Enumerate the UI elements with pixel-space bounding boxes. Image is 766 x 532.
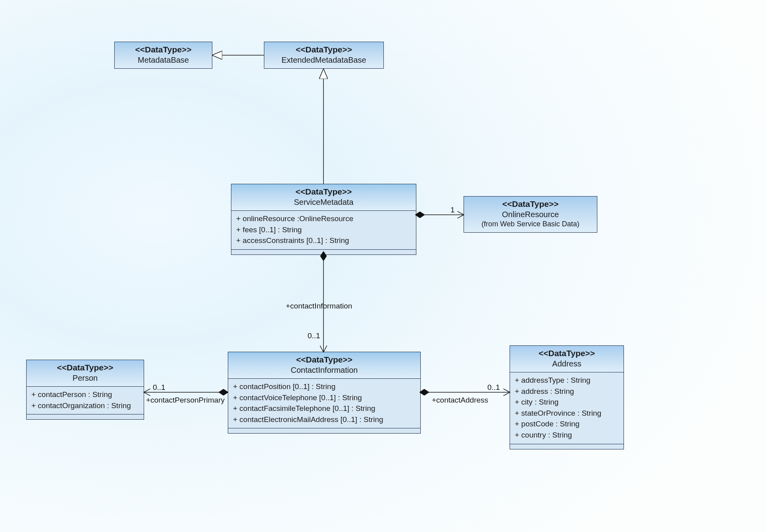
class-name: MetadataBase [120, 55, 206, 65]
role-address: +contactAddress [432, 396, 488, 405]
attribute: + onlineResource :OnlineResource [236, 213, 411, 224]
attribute: + address : String [515, 386, 619, 397]
class-name: ServiceMetadata [237, 197, 410, 207]
attribute: + contactOrganization : String [31, 400, 139, 411]
uml-class-diagram: <<DataType>> MetadataBase <<DataType>> E… [0, 0, 766, 532]
stereotype: <<DataType>> [270, 44, 378, 55]
class-note: (from Web Service Basic Data) [470, 220, 591, 229]
class-contactinformation: <<DataType>> ContactInformation + contac… [228, 352, 421, 434]
multiplicity-address: 0..1 [487, 383, 500, 392]
class-attributes: + contactPerson : String + contactOrgani… [27, 387, 144, 414]
stereotype: <<DataType>> [516, 348, 618, 359]
class-person: <<DataType>> Person + contactPerson : St… [26, 360, 144, 420]
role-contactinformation: +contactInformation [286, 302, 352, 310]
multiplicity-onlineresource: 1 [450, 206, 455, 214]
class-address: <<DataType>> Address + addressType : Str… [510, 345, 624, 449]
attribute: + stateOrProvince : String [515, 408, 619, 419]
attribute: + addressType : String [515, 375, 619, 386]
attribute: + contactVoiceTelephone [0..1] : String [233, 392, 416, 403]
class-name: OnlineResource [470, 209, 591, 220]
class-onlineresource: <<DataType>> OnlineResource (from Web Se… [464, 196, 597, 233]
stereotype: <<DataType>> [32, 362, 138, 373]
multiplicity-person: 0..1 [153, 383, 166, 392]
attribute: + contactFacsimileTelephone [0..1] : Str… [233, 403, 416, 414]
class-name: ContactInformation [234, 365, 415, 375]
attribute: + fees [0..1] : String [236, 224, 411, 235]
class-attributes: + onlineResource :OnlineResource + fees … [231, 211, 416, 250]
attribute: + postCode : String [515, 418, 619, 430]
stereotype: <<DataType>> [237, 187, 410, 197]
attribute: + city : String [515, 397, 619, 408]
role-person: +contactPersonPrimary [146, 396, 225, 405]
connectors [0, 0, 766, 532]
class-metadatabase: <<DataType>> MetadataBase [114, 42, 212, 69]
class-servicemetadata: <<DataType>> ServiceMetadata + onlineRes… [231, 184, 416, 255]
attribute: + accessConstraints [0..1] : String [236, 235, 411, 246]
stereotype: <<DataType>> [470, 199, 591, 209]
class-name: Address [516, 359, 618, 369]
attribute: + contactElectronicMailAddress [0..1] : … [233, 414, 416, 425]
stereotype: <<DataType>> [234, 355, 415, 365]
stereotype: <<DataType>> [120, 44, 206, 55]
class-extendedmetadatabase: <<DataType>> ExtendedMetadataBase [264, 42, 384, 69]
attribute: + contactPosition [0..1] : String [233, 381, 416, 392]
class-name: ExtendedMetadataBase [270, 55, 378, 65]
class-attributes: + addressType : String + address : Strin… [510, 372, 624, 444]
attribute: + country : String [515, 430, 619, 441]
class-attributes: + contactPosition [0..1] : String + cont… [228, 379, 420, 428]
attribute: + contactPerson : String [31, 389, 139, 400]
multiplicity-contactinformation: 0..1 [308, 332, 320, 340]
class-name: Person [32, 373, 138, 383]
